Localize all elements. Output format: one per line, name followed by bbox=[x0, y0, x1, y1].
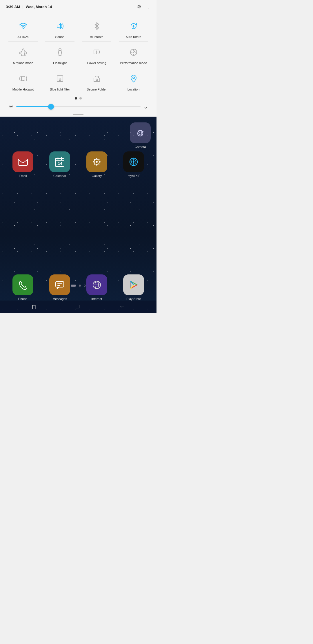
qs-tile-performance[interactable]: Performance mode bbox=[115, 42, 152, 68]
dock: Phone Messages bbox=[0, 274, 156, 301]
svg-point-44 bbox=[98, 159, 99, 160]
brightness-slider[interactable] bbox=[16, 106, 141, 107]
messages-app-label: Messages bbox=[52, 297, 67, 301]
svg-point-37 bbox=[96, 161, 98, 163]
qs-tile-bluetooth[interactable]: Bluetooth bbox=[78, 16, 115, 42]
myatt-app-icon bbox=[123, 151, 144, 172]
internet-app-icon bbox=[86, 274, 107, 295]
settings-icon[interactable]: ⚙ bbox=[137, 3, 141, 10]
playstore-app-label: Play Store bbox=[126, 297, 141, 301]
qs-tile-securefolder-label: Secure Folder bbox=[87, 87, 107, 91]
svg-rect-30 bbox=[18, 159, 28, 165]
phone-app-icon bbox=[12, 274, 33, 295]
svg-marker-1 bbox=[57, 23, 61, 29]
svg-point-19 bbox=[133, 52, 134, 53]
svg-point-41 bbox=[99, 161, 101, 162]
navbar: ⊓ □ ← bbox=[0, 301, 156, 313]
svg-point-43 bbox=[98, 163, 99, 164]
powersaving-icon bbox=[90, 45, 104, 59]
qs-tile-sound-label: Sound bbox=[55, 35, 65, 39]
qs-tile-securefolder[interactable]: Secure Folder bbox=[78, 68, 115, 94]
calendar-app-label: Calendar bbox=[53, 174, 66, 178]
status-bar: 3:39 AM | Wed, March 14 ⚙ ⋮ bbox=[0, 0, 156, 13]
dock-internet[interactable]: Internet bbox=[80, 274, 114, 301]
dock-playstore[interactable]: Play Store bbox=[117, 274, 151, 301]
qs-tile-bluelight-label: Blue light filter bbox=[50, 87, 70, 91]
svg-point-40 bbox=[93, 161, 94, 162]
qs-tile-hotspot[interactable]: Mobile Hotspot bbox=[5, 68, 41, 94]
quick-settings-panel: ATT024 Sound Bluetooth bbox=[0, 13, 156, 117]
app-myatt[interactable]: myAT&T bbox=[117, 151, 151, 178]
qs-grid: ATT024 Sound Bluetooth bbox=[5, 16, 152, 94]
airplane-icon bbox=[16, 45, 30, 59]
email-app-label: Email bbox=[19, 174, 27, 178]
gallery-app-label: Gallery bbox=[92, 174, 102, 178]
qs-tile-location[interactable]: Location bbox=[115, 68, 152, 94]
navbar-back-button[interactable]: ← bbox=[119, 303, 125, 310]
hotspot-icon bbox=[16, 72, 30, 86]
qs-tile-autorotate[interactable]: Auto rotate bbox=[115, 16, 152, 42]
status-time: 3:39 AM bbox=[6, 5, 20, 9]
gallery-app-icon bbox=[86, 151, 107, 172]
drag-handle[interactable] bbox=[5, 113, 152, 117]
location-icon bbox=[127, 72, 141, 86]
wifi-icon bbox=[16, 19, 30, 33]
app-gallery[interactable]: Gallery bbox=[80, 151, 114, 178]
svg-point-28 bbox=[139, 132, 142, 135]
home-row1: Email 14 Calendar bbox=[0, 151, 156, 178]
qs-tile-bluelight[interactable]: B Blue light filter bbox=[41, 68, 78, 94]
page-dots bbox=[5, 94, 152, 102]
securefolder-icon bbox=[90, 72, 104, 86]
qs-tile-powersaving[interactable]: Power saving bbox=[78, 42, 115, 68]
sound-icon bbox=[53, 19, 67, 33]
dock-phone[interactable]: Phone bbox=[6, 274, 40, 301]
app-calendar[interactable]: 14 Calendar bbox=[43, 151, 77, 178]
qs-tile-performance-label: Performance mode bbox=[120, 61, 147, 65]
svg-text:B: B bbox=[59, 77, 61, 82]
status-date: Wed, March 14 bbox=[26, 5, 52, 9]
page-dot-2[interactable] bbox=[79, 97, 82, 100]
qs-tile-autorotate-label: Auto rotate bbox=[126, 35, 141, 39]
playstore-app-icon bbox=[123, 274, 144, 295]
bluetooth-icon bbox=[90, 19, 104, 33]
brightness-expand-icon[interactable]: ⌄ bbox=[143, 104, 148, 110]
brightness-sun-icon: ☀ bbox=[9, 104, 13, 110]
svg-point-42 bbox=[94, 159, 95, 160]
qs-tile-airplane[interactable]: Airplane mode bbox=[5, 42, 41, 68]
myatt-app-label: myAT&T bbox=[128, 174, 140, 178]
phone-app-label: Phone bbox=[18, 297, 28, 301]
svg-point-39 bbox=[96, 164, 97, 166]
qs-tile-wifi-label: ATT024 bbox=[17, 35, 28, 39]
svg-text:14: 14 bbox=[58, 161, 62, 166]
bluelight-icon: B bbox=[53, 72, 67, 86]
qs-tile-hotspot-label: Mobile Hotspot bbox=[12, 87, 34, 91]
calendar-app-icon: 14 bbox=[49, 151, 70, 172]
qs-tile-sound[interactable]: Sound bbox=[41, 16, 78, 42]
brightness-thumb[interactable] bbox=[48, 104, 54, 110]
qs-tile-flashlight[interactable]: Flashlight bbox=[41, 42, 78, 68]
page-dot-1[interactable] bbox=[75, 97, 77, 100]
internet-app-label: Internet bbox=[91, 297, 102, 301]
svg-point-0 bbox=[23, 28, 24, 29]
svg-rect-9 bbox=[99, 51, 100, 53]
brightness-row: ☀ ⌄ bbox=[5, 102, 152, 113]
svg-point-29 bbox=[142, 131, 143, 132]
svg-rect-51 bbox=[56, 281, 64, 287]
qs-tile-powersaving-label: Power saving bbox=[87, 61, 106, 65]
camera-app-label: Camera bbox=[134, 145, 146, 149]
navbar-recent-button[interactable]: ⊓ bbox=[32, 303, 36, 310]
navbar-home-button[interactable]: □ bbox=[76, 303, 79, 310]
camera-app-icon bbox=[130, 122, 151, 143]
messages-app-icon bbox=[49, 274, 70, 295]
qs-tile-wifi[interactable]: ATT024 bbox=[5, 16, 41, 42]
email-app-icon bbox=[12, 151, 33, 172]
autorotate-icon bbox=[127, 19, 141, 33]
overflow-icon[interactable]: ⋮ bbox=[145, 3, 151, 10]
status-divider: | bbox=[22, 5, 23, 9]
dock-messages[interactable]: Messages bbox=[43, 274, 77, 301]
app-email[interactable]: Email bbox=[6, 151, 40, 178]
svg-rect-6 bbox=[59, 54, 61, 56]
app-camera[interactable]: Camera bbox=[130, 122, 151, 149]
svg-point-38 bbox=[96, 158, 97, 159]
qs-tile-flashlight-label: Flashlight bbox=[53, 61, 67, 65]
